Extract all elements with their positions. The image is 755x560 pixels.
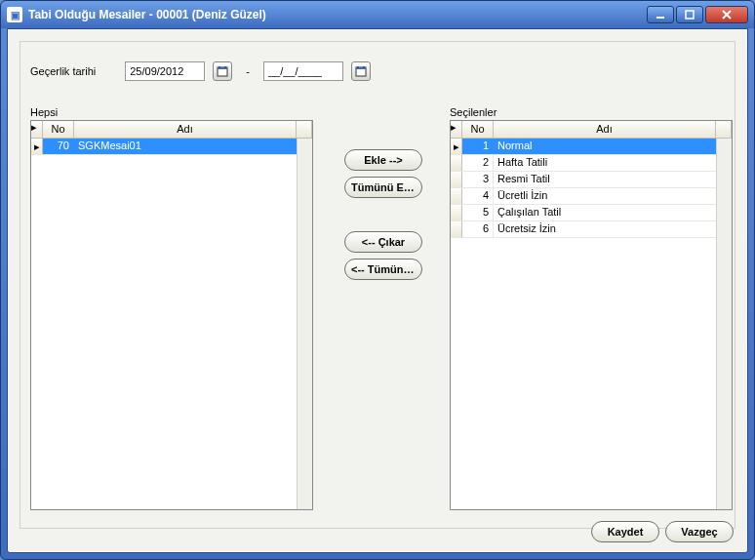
row-marker <box>451 172 462 187</box>
selected-list-label: Seçilenler <box>450 106 497 118</box>
add-button[interactable]: Ekle --> <box>344 149 422 171</box>
selected-listbox[interactable]: ▸ No Adı ▸1Normal2Hafta Tatili3Resmi Tat… <box>450 120 733 510</box>
calendar-icon <box>217 65 228 77</box>
calendar-icon <box>355 65 367 77</box>
all-listbox[interactable]: ▸ No Adı ▸70SGKMesai01 <box>30 120 313 510</box>
cell-no: 5 <box>462 205 494 220</box>
col-name-header[interactable]: Adı <box>494 121 716 138</box>
cell-name: Ücretsiz İzin <box>494 221 732 237</box>
date-separator: - <box>240 65 256 77</box>
selected-scrollbar[interactable] <box>716 139 732 509</box>
cell-no: 4 <box>462 188 494 204</box>
date-row: Geçerlik tarihi - <box>30 61 371 81</box>
all-list-label: Hepsi <box>30 106 58 118</box>
cell-no: 1 <box>462 139 494 154</box>
all-list-header: ▸ No Adı <box>31 121 312 139</box>
table-row[interactable]: 3Resmi Tatil <box>451 172 732 188</box>
cell-no: 3 <box>462 172 494 187</box>
row-marker: ▸ <box>31 139 43 154</box>
table-row[interactable]: ▸1Normal <box>451 139 732 155</box>
selected-list-body[interactable]: ▸1Normal2Hafta Tatili3Resmi Tatil4Ücretl… <box>451 139 732 509</box>
cancel-button[interactable]: Vazgeç <box>665 521 734 542</box>
date-from-input[interactable] <box>125 61 205 81</box>
minimize-button[interactable] <box>647 6 674 23</box>
maximize-button[interactable] <box>676 6 703 23</box>
selected-list-header: ▸ No Adı <box>451 121 732 139</box>
cell-name: Hafta Tatili <box>494 155 732 171</box>
cell-name: Ücretli İzin <box>494 188 732 204</box>
calendar-to-button[interactable] <box>351 61 371 81</box>
row-marker: ▸ <box>451 139 462 154</box>
cell-name: Normal <box>494 139 732 154</box>
scroll-header-spacer <box>716 121 732 138</box>
cell-no: 70 <box>43 139 74 154</box>
table-row[interactable]: 4Ücretli İzin <box>451 188 732 205</box>
all-scrollbar[interactable] <box>297 139 312 509</box>
cell-no: 2 <box>462 155 494 171</box>
scroll-header-spacer <box>297 121 312 138</box>
table-row[interactable]: 5Çalışılan Tatil <box>451 205 732 221</box>
save-button[interactable]: Kaydet <box>591 521 659 542</box>
app-icon: ▣ <box>7 7 22 22</box>
remove-all-button[interactable]: <-- Tümünü... <box>344 259 422 280</box>
date-to-input[interactable] <box>263 61 343 81</box>
row-marker-header: ▸ <box>31 121 43 138</box>
cell-name: SGKMesai01 <box>74 139 312 154</box>
table-row[interactable]: 6Ücretsiz İzin <box>451 221 732 238</box>
row-marker-header: ▸ <box>451 121 462 138</box>
col-no-header[interactable]: No <box>43 121 74 138</box>
main-group: Geçerlik tarihi - Hepsi Seçilenler ▸ No … <box>20 41 735 529</box>
remove-button[interactable]: <-- Çıkar <box>344 231 422 253</box>
calendar-from-button[interactable] <box>213 61 232 81</box>
transfer-buttons: Ekle --> Tümünü Ekl... <-- Çıkar <-- Tüm… <box>344 149 422 280</box>
svg-rect-1 <box>686 11 694 19</box>
footer-buttons: Kaydet Vazgeç <box>591 521 734 542</box>
titlebar[interactable]: ▣ Tabi Olduğu Mesailer - 00001 (Deniz Gü… <box>1 1 754 28</box>
cell-no: 6 <box>462 221 494 237</box>
row-marker <box>451 155 462 171</box>
all-list-body[interactable]: ▸70SGKMesai01 <box>31 139 312 509</box>
close-button[interactable] <box>705 6 748 23</box>
table-row[interactable]: 2Hafta Tatili <box>451 155 732 172</box>
add-all-button[interactable]: Tümünü Ekl... <box>344 177 422 198</box>
table-row[interactable]: ▸70SGKMesai01 <box>31 139 312 155</box>
cell-name: Çalışılan Tatil <box>494 205 732 220</box>
app-window: ▣ Tabi Olduğu Mesailer - 00001 (Deniz Gü… <box>0 0 755 560</box>
window-title: Tabi Olduğu Mesailer - 00001 (Deniz Güze… <box>28 8 266 21</box>
client-area: Geçerlik tarihi - Hepsi Seçilenler ▸ No … <box>7 28 748 553</box>
cell-name: Resmi Tatil <box>494 172 732 187</box>
row-marker <box>451 205 462 220</box>
validity-label: Geçerlik tarihi <box>30 65 96 77</box>
col-no-header[interactable]: No <box>462 121 494 138</box>
row-marker <box>451 188 462 204</box>
row-marker <box>451 221 462 237</box>
col-name-header[interactable]: Adı <box>74 121 297 138</box>
